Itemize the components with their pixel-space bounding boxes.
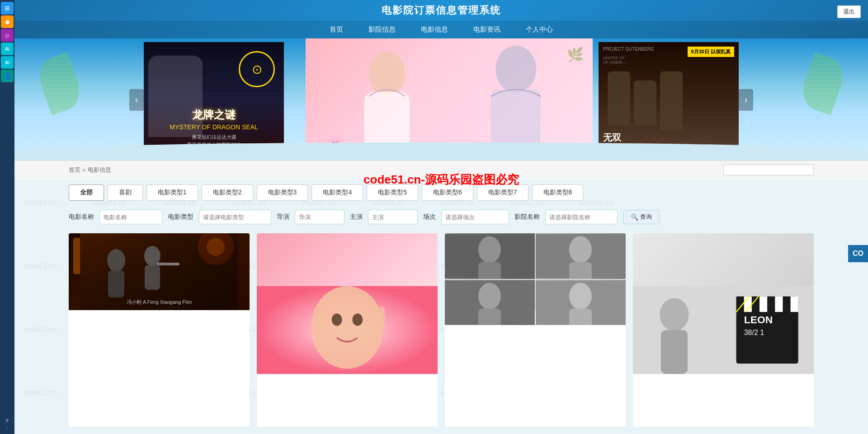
filter-tab-type6[interactable]: 电影类型6	[422, 184, 473, 201]
nav-movies[interactable]: 电影信息	[417, 24, 452, 35]
nav-cinema[interactable]: 影院信息	[365, 24, 399, 35]
silhouette-group	[608, 71, 683, 130]
nav-news[interactable]: 电影资讯	[470, 24, 504, 35]
poster-left-content: ⊙ 龙牌之谜 MYSTERY OF DRAGON SEAL 雁花似幻法运达大疆雁…	[144, 42, 284, 157]
cell-svg	[536, 280, 626, 326]
session-label: 场次	[423, 213, 436, 221]
svg-point-2	[495, 46, 536, 93]
filter-tab-type5[interactable]: 电影类型5	[367, 184, 418, 201]
filter-tab-type4[interactable]: 电影类型4	[311, 184, 363, 201]
carousel-prev-button[interactable]: ‹	[129, 89, 144, 111]
movie-card-3[interactable]	[445, 233, 626, 427]
silhouette-person	[634, 80, 656, 126]
svg-rect-10	[157, 263, 179, 265]
svg-point-27	[478, 283, 501, 309]
sidebar-face-icon[interactable]: ☺	[1, 29, 14, 42]
poster-left[interactable]: ⊙ 龙牌之谜 MYSTERY OF DRAGON SEAL 雁花似幻法运达大疆雁…	[144, 42, 284, 157]
breadcrumb-search-input[interactable]	[723, 165, 814, 175]
svg-point-30	[569, 283, 592, 309]
cell-svg	[536, 233, 626, 279]
director-label: 导演	[277, 213, 289, 221]
banner-section: ‹ ⊙ 龙牌之谜 MYSTERY OF DRAGON SEAL 雁花似幻法运达大…	[14, 38, 868, 160]
svg-rect-22	[478, 262, 501, 278]
banner-wave	[14, 142, 868, 160]
sidebar-orange-icon[interactable]: ◆	[1, 15, 14, 28]
svg-rect-28	[478, 308, 501, 325]
filter-tab-type2[interactable]: 电影类型2	[202, 184, 253, 201]
svg-rect-38	[752, 297, 760, 312]
breadcrumb-current: 电影信息	[88, 166, 111, 174]
svg-point-6	[107, 249, 125, 272]
poster-right-title: 无双	[603, 132, 621, 144]
poster-svg-2	[257, 233, 438, 427]
movie-1-text: 冯小刚 A Feng Xiaogang Film	[127, 299, 192, 306]
breadcrumb-separator: ≡	[82, 167, 86, 174]
lead-actor-label: 主演	[350, 213, 363, 221]
svg-point-33	[660, 298, 689, 331]
nav-profile[interactable]: 个人中心	[522, 24, 557, 35]
svg-point-21	[478, 236, 501, 263]
carousel: ‹ ⊙ 龙牌之谜 MYSTERY OF DRAGON SEAL 雁花似幻法运达大…	[129, 42, 753, 157]
search-bar: 电影名称 电影类型 导演 主演 场次 影院名称 🔍 查询	[14, 206, 868, 230]
svg-point-17	[352, 313, 363, 326]
search-icon: 🔍	[631, 213, 638, 221]
svg-rect-9	[145, 265, 160, 290]
sidebar-more-icon: ⋮	[5, 426, 9, 430]
main-nav: 首页 影院信息 电影信息 电影资讯 个人中心	[14, 21, 868, 38]
svg-rect-7	[108, 270, 124, 297]
svg-point-24	[569, 236, 592, 263]
dragon-decoration: ⊙	[239, 51, 275, 87]
svg-rect-39	[767, 297, 775, 312]
search-button-label: 查询	[640, 213, 652, 221]
poster-cell-1	[445, 233, 535, 279]
nav-home[interactable]: 首页	[326, 24, 347, 35]
svg-text:38/2  1: 38/2 1	[744, 329, 764, 336]
svg-point-12	[207, 238, 225, 256]
filter-tab-type8[interactable]: 电影类型8	[532, 184, 584, 201]
sidebar-grid-icon[interactable]: ⊞	[1, 2, 14, 14]
movie-type-input[interactable]	[199, 210, 271, 224]
movie-name-input[interactable]	[99, 210, 163, 224]
filter-tab-all[interactable]: 全部	[69, 184, 104, 201]
sidebar-ai2-icon[interactable]: Ai	[1, 56, 14, 69]
movie-poster-4: LEON 38/2 1	[633, 233, 814, 310]
breadcrumb-home-link[interactable]: 首页	[69, 166, 80, 174]
breadcrumb-bar: 首页 ≡ 电影信息	[14, 160, 868, 179]
sidebar-ai1-icon[interactable]: Ai	[1, 42, 14, 55]
filter-tab-type1[interactable]: 电影类型1	[146, 184, 198, 201]
silhouette-person	[660, 71, 683, 130]
movie-poster-3	[445, 233, 626, 310]
filter-tab-type3[interactable]: 电影类型3	[257, 184, 308, 201]
sidebar-user-icon[interactable]: 👤	[1, 70, 14, 82]
poster-svg-4: LEON 38/2 1	[633, 233, 814, 427]
carousel-next-button[interactable]: ›	[739, 89, 753, 111]
cinema-input[interactable]	[545, 210, 618, 224]
session-input[interactable]	[441, 210, 509, 224]
movie-type-label: 电影类型	[168, 213, 193, 221]
poster-cell-2	[536, 233, 626, 279]
cell-svg	[445, 233, 535, 279]
poster-en-text2: UNITED STOF AMERI...	[603, 56, 626, 65]
movie-grid: 冯小刚 A Feng Xiaogang Film	[14, 230, 868, 434]
poster-right[interactable]: 9月30日 以假乱真 无双 PROJECT GUTENBERG UNITED S…	[599, 42, 739, 157]
svg-text:LEON: LEON	[744, 314, 773, 326]
cell-svg	[445, 280, 535, 326]
lead-actor-input[interactable]	[368, 210, 418, 224]
poster-right-badge: 9月30日 以假乱真	[688, 47, 734, 57]
svg-rect-19	[378, 307, 385, 328]
popup-flowers2: 🌿	[567, 47, 584, 62]
movie-card-4[interactable]: LEON 38/2 1	[633, 233, 814, 427]
svg-rect-25	[569, 262, 592, 278]
sidebar-add-button[interactable]: +	[5, 416, 9, 425]
movie-card-1[interactable]: 冯小刚 A Feng Xiaogang Film	[69, 233, 250, 427]
movie-card-2[interactable]	[257, 233, 438, 427]
search-button[interactable]: 🔍 查询	[623, 210, 660, 224]
svg-rect-40	[783, 297, 790, 312]
co-badge: CO	[848, 245, 868, 262]
movie-poster-1: 冯小刚 A Feng Xiaogang Film	[69, 233, 250, 310]
exit-button[interactable]: 退出	[837, 5, 861, 18]
filter-tab-type7[interactable]: 电影类型7	[477, 184, 528, 201]
filter-tab-comedy[interactable]: 喜剧	[108, 184, 143, 201]
main-content: code51.cn code51.cn code51.cn code51.cn …	[14, 0, 868, 434]
director-input[interactable]	[295, 210, 344, 224]
